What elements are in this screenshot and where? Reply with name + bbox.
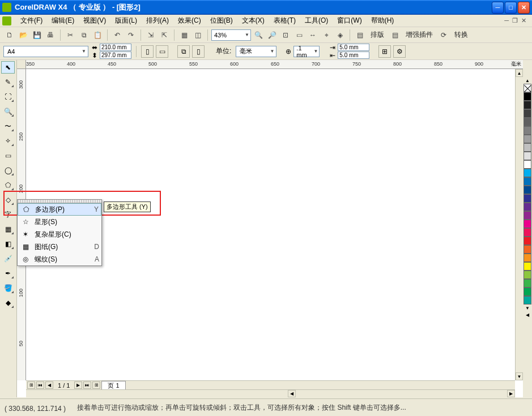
menu-window[interactable]: 窗口(W) (333, 15, 366, 27)
copy-button[interactable]: ⧉ (78, 29, 90, 41)
zoom-all-button[interactable]: ◈ (334, 29, 346, 41)
dup-y-input[interactable] (338, 52, 369, 59)
color-swatch[interactable] (524, 169, 531, 177)
transform-button[interactable]: 转换 (451, 30, 471, 40)
color-swatch[interactable] (524, 177, 531, 186)
flyout-item-0[interactable]: ⬠多边形(P)Y (18, 203, 101, 216)
color-swatch[interactable] (524, 245, 531, 254)
interactive-fill-tool[interactable]: ◆ (1, 297, 15, 309)
color-swatch[interactable] (524, 288, 531, 296)
color-swatch[interactable] (524, 237, 531, 245)
redo-button[interactable]: ↷ (125, 29, 137, 41)
flyout-item-1[interactable]: ☆星形(S) (18, 216, 101, 228)
zoom-page-button[interactable]: ▭ (293, 29, 305, 41)
page-height-input[interactable] (100, 52, 131, 59)
new-doc-button[interactable]: 🗋 (3, 29, 16, 41)
snap-button[interactable]: ▤ (354, 29, 366, 41)
fill-tool[interactable]: 🪣 (1, 282, 15, 294)
ruler-origin[interactable] (17, 60, 26, 69)
color-swatch[interactable] (524, 118, 531, 126)
paste-button[interactable]: 📋 (91, 29, 104, 41)
color-swatch[interactable] (524, 160, 531, 169)
welcome-button[interactable]: ◫ (191, 29, 204, 41)
zoom-width-button[interactable]: ↔ (307, 29, 319, 41)
smart-tool[interactable]: ✧ (1, 135, 15, 147)
color-swatch[interactable] (524, 254, 531, 262)
mdi-restore-button[interactable]: ❐ (512, 17, 518, 24)
swatch-none[interactable] (524, 84, 531, 92)
zoom-tool[interactable]: 🔍 (1, 105, 15, 118)
zoom-out-button[interactable]: 🔎 (266, 29, 278, 41)
scroll-right-button[interactable]: ▶ (507, 390, 515, 397)
color-swatch[interactable] (524, 126, 531, 135)
menu-help[interactable]: 帮助(H) (367, 15, 399, 27)
color-swatch[interactable] (524, 228, 531, 237)
color-swatch[interactable] (524, 109, 531, 118)
import-button[interactable]: ⇲ (144, 29, 157, 41)
cut-button[interactable]: ✂ (64, 29, 76, 41)
window-maximize-button[interactable]: □ (505, 2, 517, 14)
zoom-in-button[interactable]: 🔍 (252, 29, 265, 41)
polygon-tool[interactable]: ⬠ (1, 179, 15, 191)
dup-x-input[interactable] (338, 44, 369, 51)
current-page-button[interactable]: ▯ (192, 45, 205, 58)
crop-tool[interactable]: ⛶ (1, 91, 15, 103)
transform-icon[interactable]: ⟳ (437, 29, 450, 41)
basic-shapes-tool[interactable]: ◇ (1, 194, 15, 206)
window-minimize-button[interactable]: ─ (492, 2, 504, 14)
app-launcher-button[interactable]: ▦ (178, 29, 190, 41)
menu-effects[interactable]: 效果(C) (173, 15, 206, 27)
scroll-left-button[interactable]: ◀ (288, 390, 296, 397)
ellipse-tool[interactable]: ◯ (1, 164, 15, 177)
next-page-button[interactable]: ▶ (74, 381, 82, 389)
options-button[interactable]: ⚙ (393, 45, 406, 58)
menu-text[interactable]: 文本(X) (237, 15, 269, 27)
color-swatch[interactable] (524, 203, 531, 211)
text-tool[interactable]: 字 (1, 208, 15, 221)
scroll-down-button[interactable]: ▼ (516, 372, 523, 380)
color-swatch[interactable] (524, 92, 531, 101)
all-pages-button[interactable]: ⧉ (177, 45, 190, 58)
add-page-button[interactable]: ⊞ (27, 381, 35, 389)
color-swatch[interactable] (524, 262, 531, 271)
page-size-select[interactable]: A4 (3, 46, 88, 57)
color-swatch[interactable] (524, 220, 531, 228)
scroll-up-button[interactable]: ▲ (516, 69, 523, 77)
unit-select[interactable]: 毫米 (236, 46, 276, 57)
page-tab-1[interactable]: 页 1 (101, 381, 125, 389)
portrait-button[interactable]: ▯ (141, 45, 154, 58)
shape-tool[interactable]: ✎ (1, 76, 15, 88)
palette-expand-button[interactable]: ◀ (524, 311, 531, 318)
freehand-tool[interactable]: 〜 (1, 120, 15, 132)
prev-page-button[interactable]: ◀ (45, 381, 53, 389)
snap-to-button[interactable]: ⊞ (378, 45, 391, 58)
undo-button[interactable]: ↶ (111, 29, 124, 41)
plugin-button[interactable]: 增强插件 (402, 30, 436, 40)
first-page-button[interactable]: ⏮ (36, 381, 44, 389)
horizontal-scrollbar[interactable]: ◀ ▶ (26, 389, 515, 397)
flyout-item-2[interactable]: ✶复杂星形(C) (18, 228, 101, 241)
menu-arrange[interactable]: 排列(A) (142, 15, 173, 27)
color-swatch[interactable] (524, 186, 531, 194)
zoom-fit-button[interactable]: ⊡ (279, 29, 292, 41)
save-button[interactable]: 💾 (31, 29, 43, 41)
window-close-button[interactable]: ✕ (518, 2, 530, 14)
add-page-after-button[interactable]: ⊞ (92, 381, 100, 389)
print-button[interactable]: 🖶 (44, 29, 57, 41)
zoom-level-select[interactable]: 43% (211, 29, 251, 41)
layout-button[interactable]: 排版 (367, 30, 388, 40)
interactive-tool[interactable]: ◧ (1, 238, 15, 250)
menu-view[interactable]: 视图(V) (79, 15, 110, 27)
open-button[interactable]: 📂 (17, 29, 29, 41)
rectangle-tool[interactable]: ▭ (1, 149, 15, 162)
export-button[interactable]: ⇱ (158, 29, 171, 41)
menu-file[interactable]: 文件(F) (16, 15, 47, 27)
last-page-button[interactable]: ⏭ (83, 381, 91, 389)
menu-tools[interactable]: 工具(O) (300, 15, 333, 27)
menu-bitmap[interactable]: 位图(B) (206, 15, 237, 27)
flyout-item-3[interactable]: ▦图纸(G)D (18, 241, 101, 253)
mdi-minimize-button[interactable]: ─ (504, 17, 509, 24)
color-swatch[interactable] (524, 296, 531, 305)
table-tool[interactable]: ▦ (1, 223, 15, 235)
color-swatch[interactable] (524, 152, 531, 160)
